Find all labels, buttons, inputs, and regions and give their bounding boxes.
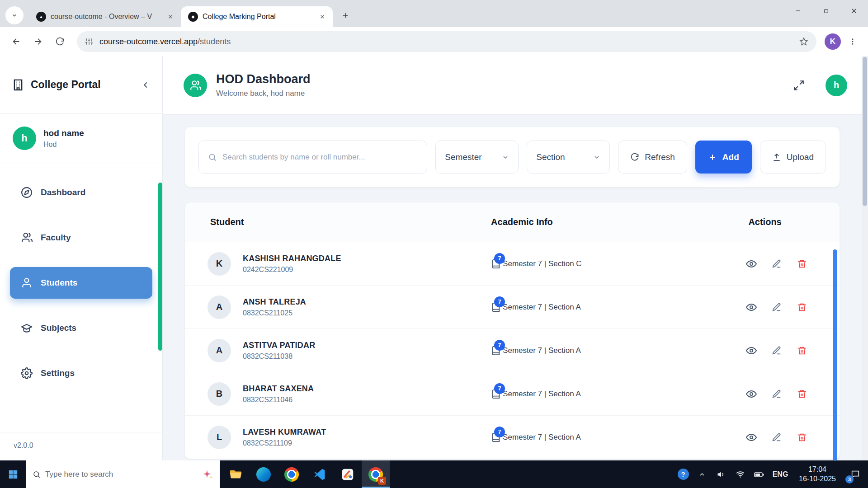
section-select[interactable]: Section: [527, 141, 610, 174]
tab-close-icon[interactable]: [316, 11, 328, 23]
section-select-label: Section: [536, 152, 565, 162]
delete-button[interactable]: [795, 257, 809, 271]
sidebar-item-settings[interactable]: Settings: [10, 357, 152, 389]
table-row: K KASHISH RAHANGDALE 0242CS221009 7: [185, 242, 840, 286]
edit-button[interactable]: [770, 257, 783, 271]
table-scrollbar[interactable]: [833, 249, 837, 461]
active-chrome-window-icon[interactable]: K: [362, 460, 390, 488]
browser-tab-portal[interactable]: ◆ College Marking Portal: [181, 6, 333, 27]
sidebar-collapse-button[interactable]: [141, 80, 151, 90]
book-icon: 7: [491, 302, 501, 312]
group-icon: [184, 74, 207, 97]
tab-title: College Marking Portal: [203, 13, 312, 21]
add-label: Add: [722, 152, 739, 162]
edit-button[interactable]: [770, 344, 783, 357]
hidden-icons-chevron-icon[interactable]: [693, 460, 712, 488]
upload-button[interactable]: Upload: [760, 141, 826, 174]
academic-info: Semester 7 | Section A: [503, 389, 581, 399]
sidebar-item-label: Subjects: [41, 323, 76, 333]
language-indicator[interactable]: ENG: [769, 460, 792, 488]
tab-close-icon[interactable]: [165, 11, 176, 23]
maximize-button[interactable]: [812, 0, 840, 22]
book-icon: 7: [491, 259, 501, 269]
start-button[interactable]: [0, 460, 26, 488]
chevron-down-icon: [593, 154, 600, 161]
header-avatar[interactable]: h: [826, 75, 847, 96]
wifi-icon[interactable]: [731, 460, 750, 488]
file-explorer-icon[interactable]: [222, 460, 250, 488]
forward-icon[interactable]: [29, 33, 47, 51]
view-button[interactable]: [745, 257, 758, 271]
battery-icon[interactable]: [750, 460, 769, 488]
student-roll: 0242CS221009: [243, 266, 341, 274]
student-name: KASHISH RAHANGDALE: [243, 254, 341, 263]
taskbar-search[interactable]: [26, 460, 220, 488]
delete-button[interactable]: [795, 431, 809, 444]
add-button[interactable]: Add: [695, 141, 752, 174]
semester-count-badge: 7: [494, 340, 505, 351]
students-table: Student Academic Info Actions K KASHISH …: [184, 202, 840, 460]
help-icon[interactable]: [674, 460, 693, 488]
back-icon[interactable]: [7, 33, 25, 51]
browser-tab-vercel[interactable]: ▲ course-outcome - Overview – V: [29, 6, 181, 27]
view-button[interactable]: [745, 387, 758, 401]
brand-name: College Portal: [31, 79, 141, 91]
student-search[interactable]: [198, 141, 427, 174]
minimize-button[interactable]: [784, 0, 812, 22]
edge-icon[interactable]: [250, 460, 278, 488]
site-settings-icon[interactable]: [85, 38, 93, 46]
edit-button[interactable]: [770, 387, 783, 401]
portal-favicon-icon: ◆: [188, 12, 198, 22]
search-input[interactable]: [222, 153, 418, 162]
refresh-label: Refresh: [645, 152, 675, 162]
student-roll: 0832CS211038: [243, 352, 315, 361]
vercel-favicon-icon: ▲: [36, 12, 46, 22]
sidebar-item-students[interactable]: Students: [10, 267, 152, 299]
table-header-row: Student Academic Info Actions: [185, 202, 840, 242]
vscode-icon[interactable]: [306, 460, 334, 488]
dev-tools-icon[interactable]: [334, 460, 362, 488]
browser-menu-icon[interactable]: [844, 33, 861, 50]
page-scrollbar-thumb[interactable]: [863, 57, 867, 206]
new-tab-button[interactable]: [337, 7, 354, 23]
user-name: hod name: [43, 128, 84, 138]
brand-row: College Portal: [0, 56, 162, 114]
view-button[interactable]: [745, 344, 758, 357]
sidebar-scrollbar[interactable]: [158, 183, 162, 351]
tab-search-button[interactable]: [5, 6, 24, 24]
delete-button[interactable]: [795, 300, 809, 314]
student-name: BHARAT SAXENA: [243, 384, 314, 394]
address-bar[interactable]: course-outcome.vercel.app/students: [77, 31, 816, 52]
profile-badge: K: [378, 477, 386, 485]
student-avatar: A: [208, 296, 231, 319]
edit-button[interactable]: [770, 300, 783, 314]
sidebar-item-faculty[interactable]: Faculty: [10, 222, 152, 253]
volume-icon[interactable]: [712, 460, 731, 488]
view-button[interactable]: [745, 431, 758, 444]
taskbar-search-input[interactable]: [45, 470, 197, 479]
book-icon: 7: [491, 389, 501, 399]
close-button[interactable]: [840, 0, 868, 22]
refresh-button[interactable]: Refresh: [618, 141, 687, 174]
semester-count-badge: 7: [494, 253, 505, 264]
upload-label: Upload: [787, 152, 814, 162]
page-scrollbar[interactable]: [862, 56, 868, 460]
delete-button[interactable]: [795, 387, 809, 401]
fullscreen-icon[interactable]: [793, 80, 805, 91]
view-button[interactable]: [745, 300, 758, 314]
semester-select[interactable]: Semester: [435, 141, 519, 174]
taskbar: K ENG 17:04 16-10-2025 3: [0, 460, 868, 488]
browser-profile-avatar[interactable]: K: [825, 33, 841, 50]
chrome-icon[interactable]: [278, 460, 306, 488]
bookmark-star-icon[interactable]: [799, 37, 808, 46]
url-text: course-outcome.vercel.app/students: [99, 37, 793, 47]
sidebar-item-subjects[interactable]: Subjects: [10, 312, 152, 344]
taskbar-apps: K: [222, 460, 390, 488]
sidebar-item-dashboard[interactable]: Dashboard: [10, 177, 152, 208]
delete-button[interactable]: [795, 344, 809, 357]
edit-button[interactable]: [770, 431, 783, 444]
taskbar-clock[interactable]: 17:04 16-10-2025: [792, 465, 843, 484]
reload-icon[interactable]: [51, 33, 69, 51]
student-name: ANSH TALREJA: [243, 297, 306, 307]
notification-center-icon[interactable]: 3: [843, 460, 868, 488]
